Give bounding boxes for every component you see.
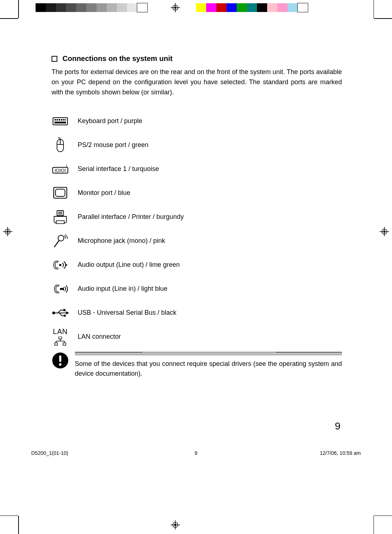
- monitor-icon: [52, 184, 69, 202]
- svg-point-39: [59, 264, 61, 266]
- port-row-microphone: Microphone jack (mono) / pink: [52, 232, 342, 250]
- port-label: Parallel interface / Printer / burgundy: [78, 213, 184, 221]
- crop-mark: [0, 515, 18, 516]
- svg-marker-45: [66, 311, 69, 315]
- microphone-icon: [52, 232, 69, 250]
- serial-icon: 1IOIOI: [52, 160, 69, 178]
- crop-mark: [18, 0, 19, 18]
- svg-rect-22: [65, 119, 66, 121]
- lan-icon: LAN: [52, 328, 69, 346]
- port-label: Audio output (Line out) / lime green: [78, 261, 180, 269]
- attention-icon: [52, 352, 69, 369]
- crop-mark: [0, 18, 18, 19]
- svg-rect-56: [59, 355, 61, 362]
- note-text: Some of the devices that you connect req…: [75, 359, 342, 379]
- footer-center: 9: [31, 450, 361, 456]
- port-row-monitor: Monitor port / blue: [52, 184, 342, 202]
- note-divider: [75, 352, 342, 354]
- port-label: PS/2 mouse port / green: [78, 141, 148, 149]
- crop-mark: [374, 18, 392, 19]
- svg-rect-18: [57, 119, 58, 121]
- line-out-icon: [52, 256, 69, 274]
- mouse-icon: [52, 136, 69, 154]
- svg-rect-36: [56, 221, 64, 224]
- usb-icon: [52, 304, 69, 322]
- port-row-mouse: PS/2 mouse port / green: [52, 136, 342, 154]
- section-heading: Connections on the system unit: [52, 54, 342, 63]
- port-label: LAN connector: [78, 333, 121, 341]
- crop-mark: [373, 0, 374, 18]
- note-block: Some of the devices that you connect req…: [52, 352, 342, 379]
- color-calibration-bar: [196, 3, 308, 12]
- grayscale-calibration-bar: [36, 3, 147, 12]
- svg-rect-16: [53, 118, 68, 125]
- svg-marker-40: [65, 264, 68, 266]
- port-label: Serial interface 1 / turquoise: [78, 165, 159, 173]
- port-row-line-out: Audio output (Line out) / lime green: [52, 256, 342, 274]
- svg-rect-23: [54, 122, 66, 123]
- print-footer: D5200_1(01-10) 9 12/7/06, 10:59 am: [31, 450, 361, 456]
- svg-point-57: [59, 363, 62, 366]
- svg-text:1: 1: [66, 164, 68, 167]
- registration-mark-icon: [380, 227, 389, 238]
- port-label: Audio input (Line in) / light blue: [78, 285, 167, 293]
- svg-text:IOIOI: IOIOI: [54, 168, 66, 173]
- port-row-lan: LAN LAN connector: [52, 328, 342, 346]
- port-row-parallel: Parallel interface / Printer / burgundy: [52, 208, 342, 226]
- page-number: 9: [335, 420, 340, 432]
- crop-mark: [374, 515, 392, 516]
- registration-mark-icon: [171, 3, 180, 14]
- svg-rect-19: [59, 119, 60, 121]
- section-heading-text: Connections on the system unit: [62, 54, 172, 63]
- svg-rect-53: [55, 343, 58, 345]
- square-bullet-icon: [52, 56, 57, 62]
- svg-line-38: [54, 240, 59, 247]
- port-row-line-in: Audio input (Line in) / light blue: [52, 280, 342, 298]
- intro-paragraph: The ports for external devices are on th…: [52, 67, 342, 98]
- port-label: Keyboard port / purple: [78, 117, 142, 125]
- svg-marker-42: [61, 287, 64, 291]
- port-row-usb: USB - Universal Serial Bus / black: [52, 304, 342, 322]
- svg-rect-48: [59, 337, 62, 339]
- port-list: Keyboard port / purple PS/2 mouse port /…: [52, 112, 342, 346]
- page-content: Connections on the system unit The ports…: [52, 54, 342, 379]
- svg-rect-54: [63, 343, 66, 345]
- line-in-icon: [52, 280, 69, 298]
- registration-mark-icon: [3, 227, 12, 238]
- registration-mark-icon: [171, 520, 180, 531]
- port-label: Microphone jack (mono) / pink: [78, 237, 165, 245]
- port-label: Monitor port / blue: [78, 189, 130, 197]
- svg-point-47: [64, 314, 66, 317]
- port-row-keyboard: Keyboard port / purple: [52, 112, 342, 130]
- lan-caption: LAN: [53, 327, 68, 336]
- svg-rect-17: [54, 119, 56, 121]
- port-row-serial: 1IOIOI Serial interface 1 / turquoise: [52, 160, 342, 178]
- svg-rect-46: [64, 309, 66, 311]
- crop-mark: [18, 516, 19, 534]
- svg-rect-20: [61, 119, 62, 121]
- svg-rect-31: [56, 189, 65, 196]
- printer-icon: [52, 208, 69, 226]
- port-label: USB - Universal Serial Bus / black: [78, 309, 176, 317]
- keyboard-icon: [52, 113, 69, 130]
- crop-mark: [373, 516, 374, 534]
- svg-rect-21: [63, 119, 65, 121]
